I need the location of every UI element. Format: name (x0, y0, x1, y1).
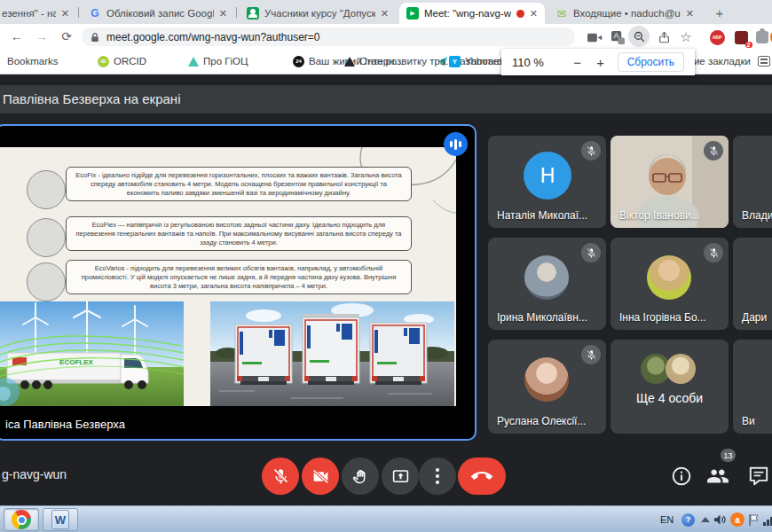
tray-volume-icon[interactable] (713, 506, 727, 532)
zoom-reset-button[interactable]: Сбросить (618, 52, 684, 72)
mic-off-icon (704, 243, 723, 262)
share-icon[interactable] (654, 27, 674, 47)
callout-circle (27, 262, 66, 301)
callout-circle (27, 218, 66, 257)
tab-close-icon[interactable]: ✕ (530, 8, 538, 20)
raise-hand-button[interactable] (342, 458, 379, 495)
bookmark-star-icon[interactable]: ☆ (676, 27, 696, 47)
mic-off-icon (581, 345, 601, 364)
participant-tile[interactable]: Руслана Олексії... (488, 340, 606, 434)
tray-network-icon[interactable] (763, 513, 772, 526)
other-bookmarks-label: тие закладки (689, 56, 751, 66)
participant-name: Дари (742, 311, 767, 324)
forward-button[interactable]: → (32, 27, 51, 46)
taskbar-chrome-button[interactable] (4, 508, 39, 531)
meeting-info-button[interactable] (670, 465, 693, 488)
bookmark-gioc[interactable]: Про ГіОЦ (188, 49, 248, 74)
zoom-out-button[interactable]: − (566, 55, 589, 70)
address-bar[interactable]: meet.google.com/wng-navg-wun?authuser=0 (82, 27, 575, 46)
tab-strip: езення" - навча ✕ G Обліковий запис Goog… (0, 0, 772, 24)
photo-three-trucks (210, 301, 454, 406)
orcid-icon: iD (98, 56, 109, 67)
participant-tile[interactable]: Н Наталія Миколаї... (488, 136, 606, 228)
participant-name: Інна Ігорівна Бо... (619, 311, 706, 324)
taskbar-word-button[interactable]: W (43, 508, 78, 531)
end-call-button[interactable] (458, 458, 506, 495)
camera-allowed-icon[interactable] (585, 27, 604, 47)
screen: езення" - навча ✕ G Обліковий запис Goog… (0, 0, 772, 532)
tray-help-icon[interactable]: ? (681, 506, 695, 532)
audio-level-indicator (444, 132, 468, 156)
tab-5-label: Входящие • naduch@ukr.net (573, 8, 681, 19)
bookmark-label: ORCID (114, 56, 146, 66)
reading-list-icon[interactable] (758, 49, 770, 74)
chat-panel-button[interactable] (747, 465, 770, 488)
extension-badge-count: 2 (745, 42, 752, 48)
tab-close-icon[interactable]: ✕ (686, 8, 694, 20)
tab-2[interactable]: G Обліковий запис Google ✕ (82, 3, 234, 24)
tab-close-icon[interactable]: ✕ (61, 8, 69, 20)
other-bookmarks[interactable]: тие закладки (689, 49, 751, 74)
windows-taskbar: W EN ? a (0, 505, 772, 532)
tab-3[interactable]: Учасники курсу "Допуск до за ✕ (240, 3, 396, 24)
url-text: meet.google.com/wng-navg-wun?authuser=0 (106, 31, 319, 43)
present-button[interactable] (382, 458, 419, 495)
participants-panel-button[interactable] (706, 465, 729, 488)
tab-meet-active[interactable]: ▶ Meet: "wng-navg-wun" ✕ (399, 3, 545, 24)
bookmark-label: Bookmarks (7, 56, 59, 66)
extension-badge-icon[interactable]: 2 (731, 27, 751, 47)
bookmark-orcid[interactable]: iD ORCID (98, 49, 146, 74)
participant-tile[interactable]: Ірина Миколаївн... (488, 238, 606, 330)
avatar (524, 357, 569, 402)
participant-name: Ви (742, 415, 755, 427)
mic-off-icon (581, 141, 601, 160)
callout-circle (27, 170, 66, 209)
avatar (666, 354, 696, 384)
overflow-participants-tile[interactable]: Ще 4 особи (611, 340, 729, 434)
adblock-extension-icon[interactable]: ABP (707, 27, 727, 47)
bookmark-label: Про ГіОЦ (203, 56, 248, 66)
participant-name: Руслана Олексії... (497, 415, 586, 427)
tray-avast-icon[interactable]: a (730, 506, 744, 532)
tab-close-icon[interactable]: ✕ (381, 8, 389, 20)
presenting-banner: Павлівна Безверха на екрані (0, 85, 772, 113)
avatar (647, 255, 691, 300)
back-button[interactable]: ← (7, 27, 27, 46)
zoom-in-button[interactable]: + (589, 55, 612, 70)
profile-avatar[interactable] (768, 27, 772, 47)
bookmark-label: Стан розвитку тра... (359, 56, 454, 66)
tray-action-center-flag-icon[interactable] (748, 506, 760, 532)
tray-language[interactable]: EN (660, 506, 674, 532)
mail-favicon: ✉ (555, 7, 568, 20)
translate-icon[interactable]: A (608, 27, 627, 47)
yammer-icon: Y (449, 56, 461, 67)
participant-tile[interactable]: Віктор Іванови... (611, 136, 729, 228)
tab-1[interactable]: езення" - навча ✕ (0, 3, 76, 24)
bookmark-stan[interactable]: Стан розвитку тра... (344, 49, 454, 74)
participant-tile[interactable]: Дари (733, 238, 772, 330)
participant-name: Віктор Іванови... (619, 209, 700, 222)
participant-name: Наталія Миколаї... (497, 209, 587, 222)
participant-name: Влади (742, 209, 772, 222)
bookmark-folder[interactable]: Bookmarks (7, 49, 59, 74)
tab-close-icon[interactable]: ✕ (219, 8, 227, 20)
shared-slide: EcoFix - ідеально підійде для перевезенн… (0, 147, 456, 406)
participant-tile[interactable]: Інна Ігорівна Бо... (611, 238, 729, 330)
new-tab-button[interactable]: + (710, 4, 729, 23)
tab-3-label: Учасники курсу "Допуск до за (264, 8, 375, 19)
more-options-button[interactable] (419, 458, 456, 495)
camera-toggle-button[interactable] (302, 458, 339, 495)
self-tile[interactable]: Ви (733, 340, 772, 434)
presentation-tile[interactable]: EcoFix - ідеально підійде для перевезенн… (0, 124, 477, 441)
zoom-icon[interactable] (628, 26, 650, 47)
word-icon: W (51, 510, 69, 529)
reload-button[interactable]: ⟳ (57, 27, 76, 46)
tray-expand-icon[interactable] (701, 506, 710, 532)
tab-5[interactable]: ✉ Входящие • naduch@ukr.net ✕ (548, 3, 701, 24)
callout-ecovarios: EcoVarios - підходить для перевезення ве… (66, 260, 412, 294)
mic-toggle-button[interactable] (262, 458, 299, 495)
callout-ecoflex: EcoFlex — напівпричіп із регульованою ви… (66, 216, 412, 251)
participant-tile[interactable]: Влади (733, 136, 772, 228)
avatar (524, 255, 569, 300)
lock-icon (91, 32, 99, 43)
